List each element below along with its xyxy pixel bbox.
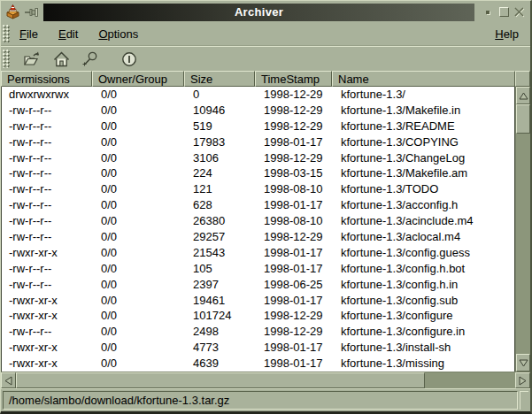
table-row[interactable]: -rw-r--r-- 0/0 26380 1998-08-10 kfortune… <box>2 213 514 229</box>
menu-item[interactable]: Edit <box>52 25 84 43</box>
toolbar <box>1 46 530 71</box>
vertical-scrollbar-trough[interactable] <box>516 134 530 354</box>
vertical-scrollbar[interactable] <box>515 87 530 372</box>
cell-permissions: drwxrwxrwx <box>2 87 93 103</box>
menu-help-label: Help <box>495 27 519 41</box>
cell-timestamp: 1998-01-17 <box>256 340 333 356</box>
cell-permissions: -rw-r--r-- <box>2 134 93 150</box>
minimize-button[interactable] <box>480 4 496 20</box>
maximize-button[interactable] <box>496 4 512 20</box>
table-row[interactable]: -rw-r--r-- 0/0 519 1998-12-29 kfortune-1… <box>2 119 514 134</box>
table-row[interactable]: -rw-r--r-- 0/0 3106 1998-12-29 kfortune-… <box>2 150 514 166</box>
horizontal-scrollbar-trough[interactable] <box>425 372 515 388</box>
cell-permissions: -rw-r--r-- <box>2 324 93 340</box>
table-row[interactable]: -rwxr-xr-x 0/0 101724 1998-12-29 kfortun… <box>2 308 514 324</box>
magnifier-icon <box>81 50 99 68</box>
column-header-name[interactable]: Name <box>332 71 515 87</box>
menu-item-label: Options <box>98 27 138 41</box>
column-header-owner-group[interactable]: Owner/Group <box>92 71 184 87</box>
table-row[interactable]: -rw-r--r-- 0/0 29257 1998-12-29 kfortune… <box>2 229 514 245</box>
scroll-down-button[interactable] <box>516 354 530 372</box>
open-archive-icon <box>23 50 42 68</box>
table-row[interactable]: -rw-r--r-- 0/0 628 1998-01-17 kfortune-1… <box>2 197 514 213</box>
table-row[interactable]: -rw-r--r-- 0/0 17983 1998-01-17 kfortune… <box>2 134 514 150</box>
cell-owner-group: 0/0 <box>93 150 185 166</box>
cell-owner-group: 0/0 <box>93 356 185 372</box>
cell-owner-group: 0/0 <box>93 103 185 119</box>
menubar-drag-handle[interactable] <box>3 25 10 42</box>
column-header-size[interactable]: Size <box>184 71 255 87</box>
cell-permissions: -rw-r--r-- <box>2 277 93 293</box>
cell-name: kfortune-1.3/missing <box>333 356 514 372</box>
cell-owner-group: 0/0 <box>93 197 185 213</box>
cell-size: 10946 <box>185 103 256 119</box>
cell-permissions: -rwxr-xr-x <box>2 340 93 356</box>
cell-permissions: -rw-r--r-- <box>2 197 93 213</box>
table-row[interactable]: drwxrwxrwx 0/0 0 1998-12-29 kfortune-1.3… <box>2 87 514 103</box>
cell-timestamp: 1998-12-29 <box>256 87 333 103</box>
table-row[interactable]: -rwxr-xr-x 0/0 21543 1998-01-17 kfortune… <box>2 245 514 261</box>
cell-name: kfortune-1.3/ChangeLog <box>333 150 514 166</box>
cell-name: kfortune-1.3/README <box>333 119 514 134</box>
home-button[interactable] <box>50 49 72 70</box>
table-row[interactable]: -rw-r--r-- 0/0 105 1998-01-17 kfortune-1… <box>2 261 514 277</box>
cell-name: kfortune-1.3/config.h.bot <box>333 261 514 277</box>
cell-permissions: -rwxr-xr-x <box>2 293 93 309</box>
menu-item[interactable]: File <box>13 25 44 43</box>
app-icon[interactable] <box>5 4 20 19</box>
cell-timestamp: 1998-01-17 <box>256 245 333 261</box>
table-row[interactable]: -rw-r--r-- 0/0 10946 1998-12-29 kfortune… <box>2 103 514 119</box>
minimize-dot-icon <box>486 11 490 14</box>
file-list: drwxrwxrwx 0/0 0 1998-12-29 kfortune-1.3… <box>2 87 515 372</box>
cell-timestamp: 1998-01-17 <box>256 197 333 213</box>
cell-size: 2397 <box>185 277 256 293</box>
cell-permissions: -rw-r--r-- <box>2 150 93 166</box>
cell-timestamp: 1998-01-17 <box>256 356 333 372</box>
cell-name: kfortune-1.3/config.sub <box>333 293 514 309</box>
column-header-permissions[interactable]: Permissions <box>1 71 92 87</box>
toolbar-drag-handle[interactable] <box>3 50 10 68</box>
title-strip[interactable]: Archiver <box>43 4 474 21</box>
vertical-scrollbar-thumb[interactable] <box>516 104 530 134</box>
horizontal-scrollbar[interactable] <box>1 372 530 388</box>
cell-size: 19461 <box>185 293 256 309</box>
file-list-area: drwxrwxrwx 0/0 0 1998-12-29 kfortune-1.3… <box>1 87 530 372</box>
close-button[interactable] <box>512 4 528 20</box>
menu-item-help[interactable]: Help <box>489 25 525 43</box>
sticky-pin-button[interactable] <box>24 6 40 19</box>
cell-timestamp: 1998-03-15 <box>256 165 333 181</box>
horizontal-scrollbar-thumb[interactable] <box>16 372 425 388</box>
cell-timestamp: 1998-01-17 <box>256 134 333 150</box>
statusbar: /home/slambo/download/kfortune-1.3.tar.g… <box>1 388 530 411</box>
cell-permissions: -rwxr-xr-x <box>2 308 93 324</box>
menubar: File Edit Options Help <box>1 22 530 46</box>
cell-name: kfortune-1.3/COPYING <box>333 134 514 150</box>
cell-size: 519 <box>185 119 256 134</box>
cell-owner-group: 0/0 <box>93 277 185 293</box>
table-row[interactable]: -rw-r--r-- 0/0 2397 1998-06-25 kfortune-… <box>2 277 514 293</box>
cell-size: 105 <box>185 261 256 277</box>
cell-timestamp: 1998-12-29 <box>256 229 333 245</box>
info-button[interactable] <box>119 49 140 70</box>
open-archive-button[interactable] <box>21 49 42 70</box>
table-row[interactable]: -rw-r--r-- 0/0 224 1998-03-15 kfortune-1… <box>2 165 514 181</box>
archive-path-text: /home/slambo/download/kfortune-1.3.tar.g… <box>9 394 229 407</box>
cell-size: 4773 <box>185 340 256 356</box>
table-row[interactable]: -rw-r--r-- 0/0 2498 1998-12-29 kfortune-… <box>2 324 514 340</box>
table-row[interactable]: -rwxr-xr-x 0/0 4773 1998-01-17 kfortune-… <box>2 340 514 356</box>
cell-size: 17983 <box>185 134 256 150</box>
scroll-up-button[interactable] <box>516 87 530 104</box>
table-row[interactable]: -rw-r--r-- 0/0 121 1998-08-10 kfortune-1… <box>2 181 514 197</box>
cell-timestamp: 1998-12-29 <box>256 324 333 340</box>
pin-icon <box>24 6 40 19</box>
scroll-right-button[interactable] <box>515 372 530 388</box>
table-row[interactable]: -rwxr-xr-x 0/0 19461 1998-01-17 kfortune… <box>2 293 514 309</box>
view-button[interactable] <box>80 49 101 70</box>
resize-grip[interactable] <box>520 391 528 410</box>
cell-name: kfortune-1.3/config.guess <box>333 245 514 261</box>
table-row[interactable]: -rwxr-xr-x 0/0 4639 1998-01-17 kfortune-… <box>2 356 514 372</box>
scroll-left-button[interactable] <box>1 372 16 388</box>
cell-owner-group: 0/0 <box>93 261 185 277</box>
column-header-timestamp[interactable]: TimeStamp <box>255 71 332 87</box>
menu-item[interactable]: Options <box>92 25 144 43</box>
